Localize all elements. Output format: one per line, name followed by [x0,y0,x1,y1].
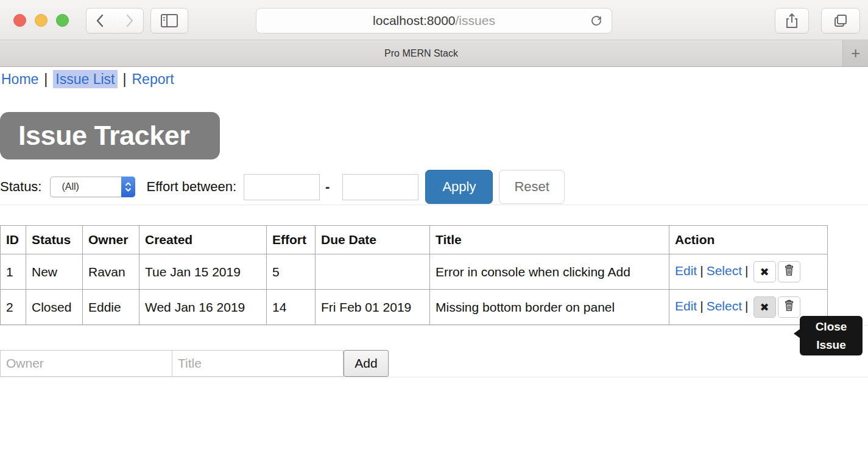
col-header-action: Action [669,226,828,254]
cell-owner: Eddie [83,290,139,325]
issue-table: ID Status Owner Created Effort Due Date … [0,225,828,325]
action-separator: | [700,264,703,278]
action-separator: | [745,299,748,313]
status-select-value: (All) [51,181,79,192]
effort-between-label: Effort between: [146,179,236,195]
nav-link-report[interactable]: Report [132,71,174,87]
add-issue-form: Add [0,350,868,377]
tab-bar: Pro MERN Stack + [0,40,868,67]
url-path: /issues [456,13,495,28]
cell-title: Missing bottom border on panel [430,290,669,325]
close-issue-button[interactable]: ✖ [753,296,776,318]
cell-title: Error in console when clicking Add [430,254,669,290]
col-header-created: Created [139,226,267,254]
col-header-id: ID [1,226,26,254]
tooltip-arrow-icon [794,329,800,338]
share-button[interactable] [775,8,809,33]
main-nav: Home|Issue List|Report [0,67,868,88]
reset-button[interactable]: Reset [499,170,564,204]
reload-button[interactable] [587,12,605,30]
cell-created: Tue Jan 15 2019 [139,254,267,290]
select-link[interactable]: Select [707,264,742,278]
cell-due-date [316,254,430,290]
close-icon: ✖ [760,301,769,314]
cell-id: 1 [1,254,26,290]
window-close-button[interactable] [13,14,26,27]
plus-icon: + [851,44,860,63]
action-separator: | [700,299,703,313]
owner-input[interactable] [0,350,172,377]
new-tab-button[interactable]: + [843,40,868,66]
browser-toolbar: localhost:8000/issues [0,0,868,40]
col-header-title: Title [430,226,669,254]
cell-owner: Ravan [83,254,139,290]
col-header-effort: Effort [267,226,316,254]
table-row: 1 New Ravan Tue Jan 15 2019 5 Error in c… [1,254,828,290]
trash-icon [784,299,794,315]
edit-link[interactable]: Edit [675,299,697,313]
page-title: Issue Tracker [18,120,189,152]
tab-title: Pro MERN Stack [384,48,458,59]
edit-link[interactable]: Edit [675,264,697,278]
nav-link-issue-list[interactable]: Issue List [53,70,117,88]
share-icon [785,12,799,29]
tooltip-text: Close Issue [816,320,847,351]
table-header-row: ID Status Owner Created Effort Due Date … [1,226,828,254]
table-row: 2 Closed Eddie Wed Jan 16 2019 14 Fri Fe… [1,290,828,325]
url-host: localhost:8000 [373,13,455,28]
cell-effort: 14 [267,290,316,325]
chevron-left-icon [94,13,107,29]
title-input[interactable] [172,350,344,377]
cell-id: 2 [1,290,26,325]
close-issue-tooltip: Close Issue [800,316,863,355]
effort-max-input[interactable] [342,174,418,200]
sidebar-toggle-button[interactable] [150,8,188,33]
effort-min-input[interactable] [244,174,320,200]
select-link[interactable]: Select [707,299,742,313]
cell-action: Edit|Select|✖ [669,254,828,290]
tabs-overview-icon [833,13,849,29]
status-label: Status: [0,179,41,195]
divider [0,205,868,205]
delete-issue-button[interactable] [778,296,800,318]
page-content: Home|Issue List|Report Issue Tracker Sta… [0,67,868,377]
cell-due-date: Fri Feb 01 2019 [316,290,430,325]
cell-effort: 5 [267,254,316,290]
chevron-right-icon [122,13,136,29]
divider [0,325,868,326]
col-header-due-date: Due Date [316,226,430,254]
col-header-owner: Owner [83,226,139,254]
cell-status: Closed [26,290,83,325]
close-issue-button[interactable]: ✖ [753,261,776,282]
tab-pro-mern-stack[interactable]: Pro MERN Stack [0,40,843,66]
select-stepper-icon [121,177,135,197]
sidebar-icon [160,13,178,28]
show-all-tabs-button[interactable] [821,8,860,33]
col-header-status: Status [26,226,83,254]
status-select[interactable]: (All) [50,177,135,197]
nav-link-home[interactable]: Home [1,71,38,87]
back-button[interactable] [86,8,115,33]
reload-icon [590,14,603,27]
delete-issue-button[interactable] [778,261,800,282]
range-dash: - [325,179,330,195]
address-bar[interactable]: localhost:8000/issues [256,8,612,33]
action-separator: | [745,264,748,278]
close-icon: ✖ [760,265,769,279]
jumbotron: Issue Tracker [0,112,220,159]
window-zoom-button[interactable] [56,14,69,27]
cell-created: Wed Jan 16 2019 [139,290,267,325]
forward-button[interactable] [115,8,144,33]
window-minimize-button[interactable] [35,14,48,27]
divider [0,377,868,377]
apply-button[interactable]: Apply [425,170,493,204]
trash-icon [784,264,794,279]
nav-separator: | [44,71,48,87]
add-button[interactable]: Add [344,350,389,377]
cell-status: New [26,254,83,290]
filter-bar: Status: (All) Effort between: - Apply Re… [0,169,868,205]
nav-separator: | [123,71,127,87]
